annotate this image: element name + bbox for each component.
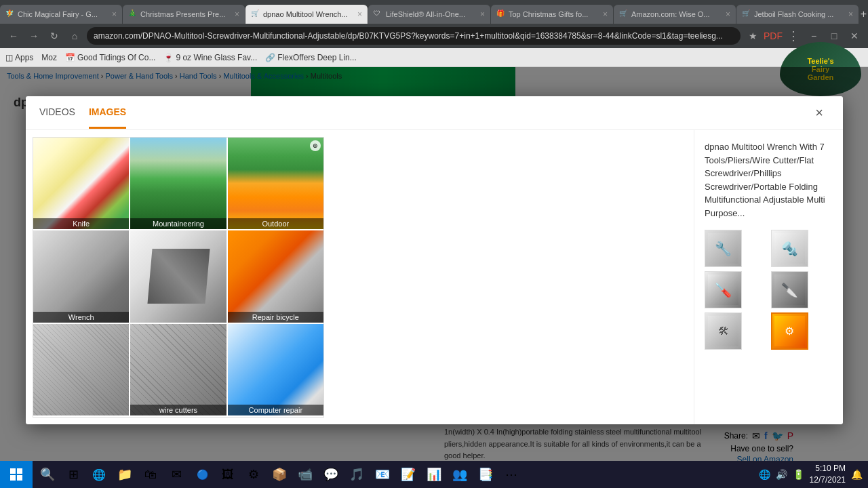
image-cell-wrench[interactable]: Wrench <box>33 230 129 322</box>
tab-christmas-presents[interactable]: 🎄 Christmas Presents Pre... × <box>123 5 245 24</box>
taskbar-spotify-icon[interactable]: 🎵 <box>344 462 369 487</box>
address-bar: ← → ↻ ⌂ amazon.com/DPNAO-Multitool-Screw… <box>0 24 868 48</box>
close-browser-button[interactable]: ✕ <box>846 28 863 44</box>
home-button[interactable]: ⌂ <box>66 28 83 44</box>
taskbar-explorer-icon[interactable]: 📁 <box>113 462 137 487</box>
browser-frame: 🧚 Chic Magical Fairy - G... × 🎄 Christma… <box>0 0 868 67</box>
bookmark-label: FlexOffers Deep Lin... <box>277 53 357 62</box>
image-label-outdoor: Outdoor <box>228 218 323 229</box>
thumbnail-4[interactable]: 🔪 <box>771 271 808 308</box>
image-cell-wire2[interactable]: wire cutters <box>130 324 226 415</box>
taskbar-search-icon[interactable]: 🔍 <box>35 462 60 487</box>
bookmark-good-tidings[interactable]: 📅 Good Tidings Of Co... <box>65 53 155 62</box>
modal-tab-videos[interactable]: VIDEOS <box>39 97 75 129</box>
url-text: amazon.com/DPNAO-Multitool-Screwdriver-M… <box>94 31 723 41</box>
tab-favicon: 🛒 <box>251 9 260 19</box>
tab-close-btn[interactable]: × <box>848 9 853 19</box>
taskbar-powerpoint-icon[interactable]: 📑 <box>473 462 498 487</box>
bookmark-apps[interactable]: ◫ Apps <box>5 53 33 62</box>
image-cell-knife[interactable]: Knife <box>33 138 129 229</box>
taskbar-store-icon[interactable]: 🛍 <box>138 462 163 487</box>
tab-title: Top Christmas Gifts fo... <box>509 10 597 18</box>
tab-favicon: 🎁 <box>496 9 506 19</box>
image-cell-mountaineering[interactable]: Mountaineering <box>130 138 226 229</box>
taskbar-outlook-icon[interactable]: 📧 <box>370 462 395 487</box>
taskbar-network-icon[interactable]: 🌐 <box>759 469 770 480</box>
notification-icon[interactable]: 🔔 <box>851 469 863 480</box>
bookmark-label: Apps <box>15 53 33 62</box>
extensions-button[interactable]: ★ <box>745 28 761 44</box>
image-expand-icon[interactable]: ⊕ <box>310 140 321 151</box>
bookmark-flexoffers[interactable]: 🔗 FlexOffers Deep Lin... <box>265 53 357 62</box>
tab-close-btn[interactable]: × <box>480 9 485 19</box>
tab-favicon: 🎄 <box>128 9 138 19</box>
bookmark-moz[interactable]: Moz <box>41 53 57 62</box>
browser-menu-button[interactable]: ⋮ <box>785 28 802 44</box>
taskbar-chrome-icon[interactable]: 🔵 <box>190 462 214 487</box>
start-button[interactable] <box>0 461 33 488</box>
tab-close-btn[interactable]: × <box>726 9 730 19</box>
tab-title: Chic Magical Fairy - G... <box>18 10 106 18</box>
tab-chic-magical-fairy[interactable]: 🧚 Chic Magical Fairy - G... × <box>0 5 122 24</box>
thumbnail-5[interactable]: 🛠 <box>705 312 742 350</box>
tab-dpnao-multitool[interactable]: 🛒 dpnao Multitool Wrench... × <box>245 5 368 24</box>
maximize-button[interactable]: □ <box>826 28 842 44</box>
taskbar-settings-icon[interactable]: ⚙ <box>241 462 266 487</box>
image-label-bicycle: Repair bicycle <box>228 312 323 323</box>
modal-tab-images[interactable]: IMAGES <box>89 97 126 129</box>
tab-close-btn[interactable]: × <box>357 9 362 19</box>
image-cell-multitool[interactable] <box>130 230 226 322</box>
taskbar-task-view-icon[interactable]: ⊞ <box>61 462 85 487</box>
tab-close-btn[interactable]: × <box>112 9 117 19</box>
tab-close-btn[interactable]: × <box>235 9 239 19</box>
svg-rect-1 <box>17 468 22 474</box>
taskbar-slack-icon[interactable]: 💬 <box>319 462 343 487</box>
tab-lifeshield[interactable]: 🛡 LifeShield® All-in-One... × <box>368 5 490 24</box>
taskbar-photos-icon[interactable]: 🖼 <box>216 462 240 487</box>
image-cell-outdoor[interactable]: Outdoor ⊕ <box>228 138 323 229</box>
tab-top-christmas-gifts[interactable]: 🎁 Top Christmas Gifts fo... × <box>491 5 613 24</box>
bookmarks-bar: ◫ Apps Moz 📅 Good Tidings Of Co... 🍷 9 o… <box>0 48 868 67</box>
image-label-wire: wire cutters <box>130 405 226 415</box>
image-cell-bicycle[interactable]: Repair bicycle <box>228 230 323 322</box>
tab-jetboil[interactable]: 🛒 Jetboil Flash Cooking ... × <box>736 5 859 24</box>
new-tab-button[interactable]: + <box>859 5 868 24</box>
taskbar-zoom-icon[interactable]: 📹 <box>293 462 317 487</box>
taskbar-excel-icon[interactable]: 📊 <box>422 462 446 487</box>
pdf-icon[interactable]: PDF <box>765 28 781 44</box>
taskbar-icons: 🔍 ⊞ 🌐 📁 🛍 ✉ 🔵 🖼 ⚙ 📦 📹 💬 🎵 📧 📝 📊 👥 📑 ⋯ <box>33 462 526 487</box>
image-label-computer: Computer repair <box>228 405 323 415</box>
reload-button[interactable]: ↻ <box>46 28 62 44</box>
tab-title: LifeShield® All-in-One... <box>386 10 475 18</box>
bookmark-wine-glass[interactable]: 🍷 9 oz Wine Glass Fav... <box>163 53 257 62</box>
taskbar-battery-icon[interactable]: 🔋 <box>793 469 804 480</box>
taskbar-dropbox-icon[interactable]: 📦 <box>267 462 292 487</box>
thumbnail-6[interactable]: ⚙ <box>771 312 808 350</box>
modal-close-button[interactable]: × <box>809 103 829 123</box>
taskbar-teams-icon[interactable]: 👥 <box>448 462 472 487</box>
tab-favicon: 🛡 <box>374 9 383 19</box>
url-input[interactable]: amazon.com/DPNAO-Multitool-Screwdriver-M… <box>87 27 741 45</box>
tab-amazon-wise[interactable]: 🛒 Amazon.com: Wise O... × <box>614 5 736 24</box>
taskbar-mail-icon[interactable]: ✉ <box>164 462 189 487</box>
thumbnail-3[interactable]: 🪛 <box>705 271 742 308</box>
back-button[interactable]: ← <box>5 28 22 44</box>
thumbnail-grid: 🔧 🔩 🪛 🔪 🛠 ⚙ <box>705 230 833 350</box>
taskbar-volume-icon[interactable]: 🔊 <box>776 469 787 480</box>
bookmark-label: 9 oz Wine Glass Fav... <box>176 53 257 62</box>
image-cell-wire1[interactable] <box>33 324 129 415</box>
bookmark-icon: 🔗 <box>265 53 275 62</box>
taskbar-clock[interactable]: 5:10 PM 12/7/2021 <box>810 463 846 486</box>
taskbar-edge-icon[interactable]: 🌐 <box>87 462 111 487</box>
thumbnail-2[interactable]: 🔩 <box>771 230 808 267</box>
thumbnail-1[interactable]: 🔧 <box>705 230 742 267</box>
videos-tab-label: VIDEOS <box>39 106 75 117</box>
forward-button[interactable]: → <box>26 28 42 44</box>
image-grid: Knife Mountaineering Outdoor ⊕ Wrench <box>33 137 324 418</box>
modal-header: VIDEOS IMAGES × <box>26 96 843 130</box>
tab-close-btn[interactable]: × <box>603 9 608 19</box>
taskbar-word-icon[interactable]: 📝 <box>396 462 420 487</box>
image-label-wrench: Wrench <box>33 312 129 323</box>
taskbar-more-apps-icon[interactable]: ⋯ <box>499 462 524 487</box>
image-cell-computer[interactable]: Computer repair <box>228 324 323 415</box>
